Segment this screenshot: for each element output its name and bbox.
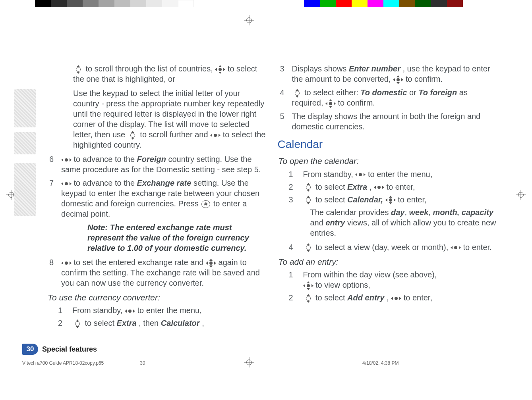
emph: entry bbox=[325, 218, 345, 227]
nav-up-down-icon bbox=[73, 321, 82, 327]
text: The calendar provides bbox=[310, 208, 391, 217]
emph: Calendar, bbox=[347, 195, 383, 204]
open-step-3: 3 to select Calendar, to enter, bbox=[289, 194, 497, 205]
use-step-2: 2 to select Extra , then Calculator , bbox=[58, 318, 266, 328]
emph: Extra bbox=[117, 319, 137, 327]
right-column: 3 Displays shows Enter number , use the … bbox=[278, 63, 497, 372]
step-6: 6 to advance to the Foreign country sett… bbox=[47, 154, 266, 175]
step-number: 7 bbox=[47, 178, 57, 188]
subhead-use-converter: To use the currency converter: bbox=[48, 292, 266, 303]
step-number: 2 bbox=[289, 292, 299, 303]
text: to view options, bbox=[315, 281, 370, 289]
conv-step-5: 5 The display shows the amount in both t… bbox=[278, 111, 497, 132]
nav-select-icon bbox=[356, 171, 365, 178]
text: to confirm. bbox=[338, 98, 375, 107]
para-keypad-initial-letter: Use the keypad to select the initial let… bbox=[47, 88, 266, 150]
emph: To domestic bbox=[360, 88, 407, 97]
text: to enter, bbox=[398, 195, 426, 204]
sw bbox=[83, 0, 99, 7]
text: , bbox=[202, 319, 204, 327]
margin-texture bbox=[14, 132, 36, 154]
sw bbox=[399, 0, 415, 7]
hash-key-icon: # bbox=[201, 200, 210, 208]
exchange-rate-note: Note: The entered exchange rate must rep… bbox=[47, 222, 266, 253]
emph: Calculator bbox=[161, 319, 200, 327]
open-step-2: 2 to select Extra , to enter, bbox=[289, 182, 497, 192]
left-column: to scroll through the list of countries,… bbox=[47, 63, 266, 372]
sw bbox=[320, 0, 336, 7]
sw bbox=[162, 0, 178, 7]
page-content: to scroll through the list of countries,… bbox=[47, 63, 496, 372]
sw bbox=[146, 0, 162, 7]
text: to enter, bbox=[386, 183, 415, 191]
text: Displays shows bbox=[292, 64, 349, 73]
use-step-1: 1 From standby, to enter the menu, bbox=[58, 305, 266, 315]
nav-up-down-icon bbox=[128, 132, 137, 138]
nav-select-icon bbox=[126, 308, 134, 314]
page-number-badge: 30 bbox=[22, 344, 38, 355]
text: From standby, bbox=[303, 170, 356, 179]
nav-up-down-icon bbox=[293, 90, 302, 96]
print-info-line: V tech a700 Guide APR18-02copy.p65 30 4/… bbox=[22, 360, 496, 366]
nav-select-icon bbox=[326, 100, 335, 107]
sw bbox=[67, 0, 83, 7]
emph: Add entry bbox=[347, 293, 384, 302]
nav-up-down-icon bbox=[304, 295, 313, 302]
nav-select-icon bbox=[304, 283, 313, 289]
nav-select-icon bbox=[451, 244, 460, 251]
nav-left-right-icon bbox=[62, 181, 71, 187]
text: to scroll through the list of countries, bbox=[86, 64, 215, 73]
open-step-4: 4 to select a view (day, week or month),… bbox=[289, 242, 497, 252]
nav-up-down-icon bbox=[304, 197, 313, 203]
text: to select bbox=[85, 319, 117, 327]
sw bbox=[447, 0, 463, 7]
sw bbox=[35, 0, 51, 7]
text: to set the entered exchange rate and bbox=[74, 258, 206, 267]
step-number: 1 bbox=[289, 169, 299, 179]
registration-mark-icon bbox=[516, 190, 526, 200]
color-calibration-bar bbox=[304, 0, 463, 7]
step-number: 3 bbox=[278, 63, 288, 74]
step-number: 6 bbox=[47, 154, 57, 164]
emph: day bbox=[391, 208, 404, 217]
nav-select-icon bbox=[386, 197, 395, 203]
nav-up-down-icon bbox=[304, 184, 313, 190]
nav-select-icon bbox=[394, 77, 402, 83]
step-number: 3 bbox=[289, 194, 299, 205]
nav-up-down-icon bbox=[74, 66, 83, 73]
add-step-2: 2 to select Add entry , to enter, bbox=[289, 292, 497, 303]
subhead-open-calendar: To open the calendar: bbox=[279, 156, 497, 166]
step-number: 2 bbox=[58, 318, 68, 328]
print-timestamp: 4/18/02, 4:38 PM bbox=[362, 360, 399, 366]
text: to advance to the bbox=[74, 155, 137, 163]
source-file: V tech a700 Guide APR18-02copy.p65 bbox=[22, 360, 140, 366]
text: to confirm. bbox=[406, 75, 443, 83]
text: to select bbox=[315, 195, 347, 204]
emph: month, capacity bbox=[433, 208, 493, 217]
step-number: 5 bbox=[278, 111, 288, 121]
margin-texture bbox=[14, 89, 36, 127]
text: to select a view (day, week or month), bbox=[315, 243, 451, 252]
text: The display shows the amount in both the… bbox=[288, 111, 497, 132]
sw bbox=[368, 0, 383, 7]
sw bbox=[130, 0, 146, 7]
nav-select-icon bbox=[375, 184, 383, 190]
nav-select-icon bbox=[207, 260, 215, 266]
emph: week bbox=[409, 208, 429, 217]
text: , bbox=[369, 183, 374, 191]
text: to select bbox=[315, 293, 347, 302]
step-number: 4 bbox=[278, 87, 288, 98]
text: to enter the menu, bbox=[368, 170, 432, 179]
step-number: 2 bbox=[289, 182, 299, 192]
text: or bbox=[409, 88, 418, 97]
text: to select either: bbox=[304, 88, 360, 97]
sw bbox=[99, 0, 114, 7]
text: to scroll further and bbox=[140, 130, 210, 139]
sw bbox=[178, 0, 194, 7]
emph: Exchange rate bbox=[137, 179, 192, 187]
text: and bbox=[310, 218, 326, 227]
subhead-add-entry: To add an entry: bbox=[279, 256, 497, 267]
heading-calendar: Calendar bbox=[278, 137, 497, 152]
text: to enter, bbox=[404, 293, 432, 302]
sw bbox=[352, 0, 368, 7]
